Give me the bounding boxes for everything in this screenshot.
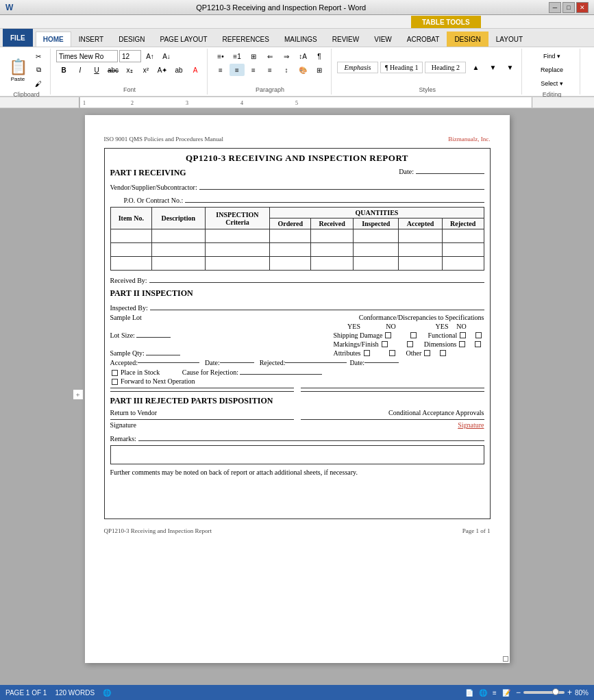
align-right-button[interactable]: ≡ bbox=[246, 64, 261, 76]
paste-button[interactable]: 📋 Paste bbox=[7, 56, 29, 84]
part3-heading: PART III REJECTED PARTS DISPOSITION bbox=[110, 396, 484, 406]
forward-cb bbox=[112, 379, 118, 385]
tab-page-layout[interactable]: PAGE LAYOUT bbox=[153, 32, 215, 47]
decrease-indent-button[interactable]: ⇐ bbox=[262, 50, 277, 62]
sample-qty-row: Sample Qty: Attributes Other bbox=[110, 349, 484, 357]
superscript-button[interactable]: x² bbox=[138, 64, 153, 76]
font-color-button[interactable]: A bbox=[188, 64, 203, 76]
sig-line-4 bbox=[301, 391, 484, 392]
table-row bbox=[110, 243, 484, 257]
markings-yes-cb bbox=[382, 341, 388, 347]
increase-font-button[interactable]: A↑ bbox=[143, 50, 158, 62]
bullets-button[interactable]: ≡• bbox=[213, 50, 228, 62]
justify-button[interactable]: ≡ bbox=[262, 64, 277, 76]
copy-button[interactable]: ⧉ bbox=[31, 64, 46, 76]
borders-button[interactable]: ⊞ bbox=[312, 64, 327, 76]
accepted-field bbox=[138, 362, 199, 363]
signature-value: Signature bbox=[458, 421, 484, 429]
tab-layout[interactable]: LAYOUT bbox=[488, 32, 530, 47]
svg-text:4: 4 bbox=[240, 100, 243, 106]
other-yes-cb bbox=[424, 350, 430, 356]
th-inspection: INSPECTIONCriteria bbox=[205, 208, 270, 229]
header-left: ISO 9001 QMS Policies and Procedures Man… bbox=[104, 136, 223, 142]
accepted-row: Accepted: Date: Rejected: Date: bbox=[110, 359, 484, 366]
date-field bbox=[416, 173, 484, 174]
paragraph-group: ≡• ≡1 ⊞ ⇐ ⇒ ↕A ¶ ≡ ≡ ≡ ≡ ↕ 🎨 ⊞ bbox=[209, 49, 332, 95]
title-bar: W QP1210-3 Receiving and Inspection Repo… bbox=[0, 0, 594, 15]
italic-button[interactable]: I bbox=[73, 64, 88, 76]
underline-button[interactable]: U bbox=[89, 64, 104, 76]
style-sample-heading1[interactable]: ¶ Heading 1 bbox=[380, 62, 423, 73]
page-footer: QP1210-3 Receiving and Inspection Report… bbox=[104, 527, 491, 534]
no-label: NO bbox=[378, 323, 405, 330]
styles-scroll-up[interactable]: ▲ bbox=[468, 62, 483, 74]
date-row: Date: bbox=[399, 168, 484, 175]
lot-size-row: Lot Size: Shipping Damage Functional bbox=[110, 332, 484, 339]
sort-button[interactable]: ↕A bbox=[295, 50, 310, 62]
tab-file[interactable]: FILE bbox=[3, 29, 33, 47]
format-painter-button[interactable]: 🖌 bbox=[31, 77, 46, 90]
tab-references[interactable]: REFERENCES bbox=[215, 32, 277, 47]
font-group: A↑ A↓ B I U abc x₂ x² A✦ ab A Font bbox=[52, 49, 208, 95]
conformance-label: Conformance/Discrepancies to Specificati… bbox=[359, 314, 484, 321]
align-left-button[interactable]: ≡ bbox=[213, 64, 228, 76]
select-button[interactable]: Select ▾ bbox=[528, 77, 576, 90]
bold-button[interactable]: B bbox=[56, 64, 71, 76]
cut-button[interactable]: ✂ bbox=[31, 50, 46, 62]
show-hide-button[interactable]: ¶ bbox=[312, 50, 327, 62]
minimize-button[interactable]: ─ bbox=[549, 2, 561, 13]
numbering-button[interactable]: ≡1 bbox=[230, 50, 245, 62]
text-effects-button[interactable]: A✦ bbox=[155, 64, 170, 76]
highlight-button[interactable]: ab bbox=[171, 64, 186, 76]
shading-button[interactable]: 🎨 bbox=[295, 64, 310, 76]
tab-review[interactable]: REVIEW bbox=[325, 32, 367, 47]
table-tools-bar: TABLE TOOLS bbox=[0, 15, 594, 29]
received-by-field bbox=[149, 273, 484, 283]
style-sample-emphasis[interactable]: Emphasis bbox=[337, 62, 378, 73]
strikethrough-button[interactable]: abc bbox=[106, 64, 121, 76]
ruler-inner: 1 2 3 4 5 bbox=[79, 97, 532, 108]
sig-line-1 bbox=[110, 388, 294, 388]
sample-qty-field bbox=[146, 355, 180, 355]
tab-view[interactable]: VIEW bbox=[367, 32, 399, 47]
yes-label2: YES bbox=[408, 323, 449, 330]
th-accepted: Accepted bbox=[399, 218, 443, 229]
th-description: Description bbox=[152, 208, 205, 229]
maximize-button[interactable]: □ bbox=[562, 2, 575, 13]
dimensions-no-cb bbox=[475, 341, 481, 347]
increase-indent-button[interactable]: ⇒ bbox=[279, 50, 294, 62]
add-content-button[interactable]: + bbox=[73, 389, 84, 400]
close-button[interactable]: ✕ bbox=[576, 2, 589, 13]
decrease-font-button[interactable]: A↓ bbox=[159, 50, 174, 62]
replace-button[interactable]: Replace bbox=[528, 64, 576, 76]
part3-sig-lines bbox=[110, 419, 484, 420]
resize-handle[interactable] bbox=[503, 656, 508, 662]
sig-line-2 bbox=[301, 388, 484, 388]
tab-design[interactable]: DESIGN bbox=[111, 32, 152, 47]
th-ordered: Ordered bbox=[270, 218, 311, 229]
subscript-button[interactable]: x₂ bbox=[122, 64, 137, 76]
tab-insert[interactable]: INSERT bbox=[71, 32, 112, 47]
other-no-cb bbox=[440, 350, 446, 356]
style-sample-heading2[interactable]: Heading 2 bbox=[425, 62, 466, 73]
styles-expand[interactable]: ▼ bbox=[502, 62, 517, 74]
align-center-button[interactable]: ≡ bbox=[230, 64, 245, 76]
tab-home[interactable]: HOME bbox=[36, 32, 71, 47]
rejected-date-field bbox=[364, 362, 399, 363]
line-spacing-button[interactable]: ↕ bbox=[279, 64, 294, 76]
tab-acrobat[interactable]: ACROBAT bbox=[399, 32, 447, 47]
find-button[interactable]: Find ▾ bbox=[528, 50, 576, 62]
rejected-field bbox=[285, 362, 347, 363]
multilevel-button[interactable]: ⊞ bbox=[246, 50, 261, 62]
tab-mailings[interactable]: MAILINGS bbox=[277, 32, 325, 47]
tab-table-design[interactable]: DESIGN bbox=[447, 32, 488, 47]
th-quantities: QUANTITIES bbox=[270, 208, 484, 218]
th-rejected: Rejected bbox=[442, 218, 484, 229]
styles-label: Styles bbox=[419, 86, 436, 93]
font-size-input[interactable] bbox=[119, 50, 141, 62]
font-name-input[interactable] bbox=[56, 50, 118, 62]
sig-line-3 bbox=[110, 391, 294, 392]
styles-scroll-down[interactable]: ▼ bbox=[485, 62, 500, 74]
received-by-row: Received By: bbox=[110, 273, 484, 284]
svg-text:3: 3 bbox=[186, 100, 188, 106]
